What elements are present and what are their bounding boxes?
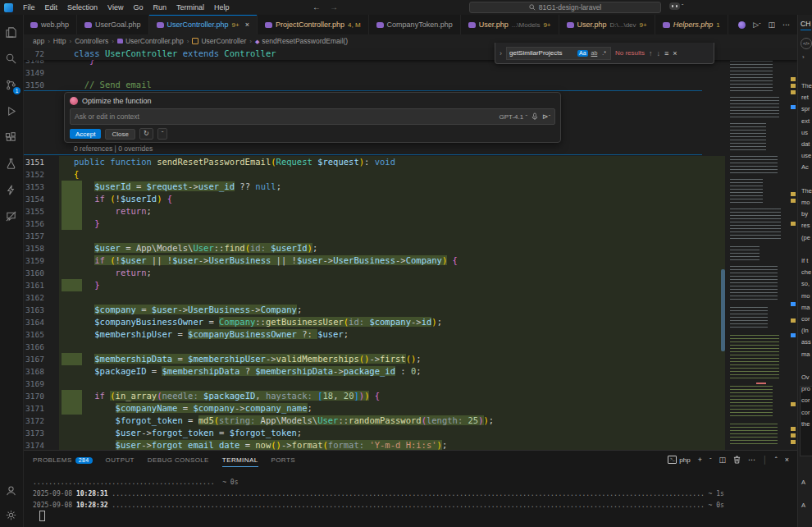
breadcrumb-item[interactable]: Controllers xyxy=(75,37,108,45)
menu-selection[interactable]: Selection xyxy=(62,0,103,15)
breadcrumb-label: Controllers xyxy=(75,37,108,45)
chat-panel-tab[interactable]: CH xyxy=(801,20,811,30)
more-panel-actions-icon[interactable]: ⋯ xyxy=(748,456,755,464)
tab-companytoken.php[interactable]: CompanyToken.php xyxy=(369,15,461,34)
code-text: if (in_array(needle: $packageID, haystac… xyxy=(74,390,380,402)
method-symbol-icon: ◆ xyxy=(255,39,259,44)
find-input[interactable]: getSimilarProjects Aa ab .* xyxy=(506,47,611,60)
code-text: if (!$userId) { xyxy=(74,193,172,205)
regex-toggle[interactable]: .* xyxy=(600,50,608,57)
new-terminal-icon[interactable]: + xyxy=(698,456,702,464)
split-editor-icon[interactable]: ◫ xyxy=(768,21,775,29)
nav-forward-icon[interactable]: → xyxy=(330,0,338,15)
code-line: 3169 xyxy=(23,378,797,390)
menu-terminal[interactable]: Terminal xyxy=(171,0,209,15)
close-find-icon[interactable]: × xyxy=(673,49,677,57)
chat-disabled-icon[interactable] xyxy=(0,205,22,227)
panel-tab-debug-console[interactable]: DEBUG CONSOLE xyxy=(148,456,209,466)
extensions-icon[interactable] xyxy=(0,126,22,148)
tab-projectcontroller.php[interactable]: ProjectController.php4, M xyxy=(258,15,369,34)
breadcrumb-item[interactable]: ◆sendResetPasswordEmail() xyxy=(255,37,348,45)
close-button[interactable]: Close xyxy=(105,129,135,140)
panel-tab-terminal[interactable]: TERMINAL xyxy=(222,456,258,467)
microphone-icon[interactable] xyxy=(531,112,538,121)
codelens-references[interactable]: 0 references | 0 overrides xyxy=(74,144,153,153)
menu-file[interactable]: File xyxy=(18,0,40,15)
line-number: 3152 xyxy=(23,168,44,181)
ruler-mark-yellow xyxy=(791,199,796,203)
menu-help[interactable]: Help xyxy=(209,0,235,15)
vscode-window: FileEditSelectionViewGoRunTerminalHelp ←… xyxy=(0,0,812,527)
close-panel-icon[interactable]: × xyxy=(785,456,789,464)
code-line: 3172 $forgot_token = md5(string: App\Mod… xyxy=(23,415,797,427)
menu-go[interactable]: Go xyxy=(128,0,148,15)
code-editor[interactable]: 3148 }31493150 // Send email3151public f… xyxy=(23,48,797,450)
panel-tab-output[interactable]: OUTPUT xyxy=(106,456,135,466)
send-icon[interactable]: ⊳ˇ xyxy=(542,112,550,121)
run-file-button[interactable]: ▷ˇ xyxy=(753,21,760,29)
settings-gear-icon[interactable] xyxy=(0,504,22,525)
menu-view[interactable]: View xyxy=(103,0,128,15)
tab-user.php[interactable]: User.php...\Models9+ xyxy=(461,15,559,34)
breadcrumb-item[interactable]: UserController xyxy=(192,37,246,45)
tab-web.php[interactable]: web.php xyxy=(23,15,77,34)
copilot-edit-icon[interactable] xyxy=(738,21,746,29)
breadcrumb-item[interactable]: app xyxy=(33,37,44,45)
find-in-selection-icon[interactable]: ≡ xyxy=(664,49,668,57)
accept-button[interactable]: Accept xyxy=(70,129,101,139)
explorer-icon[interactable] xyxy=(0,21,22,43)
line-number: 3158 xyxy=(23,242,44,254)
tab-helpers.php[interactable]: Helpers.php1 xyxy=(655,15,728,34)
line-number: 3174 xyxy=(23,439,44,450)
run-debug-icon[interactable] xyxy=(0,100,22,121)
search-sidebar-icon[interactable] xyxy=(0,48,22,69)
minimap-code-block xyxy=(730,179,763,204)
php-file-icon xyxy=(468,22,476,28)
lightning-extension-icon[interactable] xyxy=(0,179,22,200)
tab-usercontroller.php[interactable]: UserController.php9+× xyxy=(149,15,258,34)
minimap[interactable] xyxy=(728,48,789,447)
account-icon[interactable] xyxy=(0,479,22,501)
terminal-shell-label[interactable]: >_ php xyxy=(668,456,690,464)
terminal-output[interactable]: ........................................… xyxy=(33,477,787,526)
panel-tab-ports[interactable]: PORTS xyxy=(271,456,295,466)
more-actions-icon[interactable]: ⋯ xyxy=(782,21,790,29)
line-number: 3149 xyxy=(23,66,44,79)
menu-run[interactable]: Run xyxy=(148,0,171,15)
sticky-line-number: 72 xyxy=(23,48,44,60)
split-terminal-icon[interactable]: ◫ xyxy=(719,456,727,464)
terminal-cursor xyxy=(39,511,45,521)
model-picker[interactable]: GPT-4.1 ˇ xyxy=(499,113,527,121)
code-text: $companyBusinessOwner = Company::getBusi… xyxy=(74,316,442,328)
tabs-container: web.phpUserGoal.phpUserController.php9+×… xyxy=(23,15,728,34)
find-widget-toggle-icon[interactable]: › xyxy=(500,49,502,57)
auxiliary-chat-panel[interactable]: CH </> › The ret spr ext us dat use Ac T… xyxy=(797,15,812,527)
close-tab-icon[interactable]: × xyxy=(245,21,249,29)
code-line: 3173 $user->forgot_token = $forgot_token… xyxy=(23,427,797,439)
next-match-icon[interactable]: ↓ xyxy=(657,49,661,57)
testing-icon[interactable] xyxy=(0,153,22,174)
match-case-toggle[interactable]: Aa xyxy=(577,50,588,57)
tab-usergoal.php[interactable]: UserGoal.php xyxy=(77,15,149,34)
maximize-panel-icon[interactable]: ˆ xyxy=(775,456,778,464)
kill-terminal-icon[interactable] xyxy=(733,456,741,464)
breadcrumb-label: app xyxy=(33,37,44,45)
inline-chat-input[interactable]: Ask or edit in context GPT-4.1 ˇ ⊳ˇ xyxy=(70,108,555,125)
copilot-menu-button[interactable]: ˇ xyxy=(669,2,683,10)
code-line: 3174 $user->forgot_email_date = now()->f… xyxy=(23,439,797,450)
breadcrumb-item[interactable]: UserController.php xyxy=(117,37,184,45)
code-line: 3154 if (!$userId) { xyxy=(23,193,797,205)
nav-back-icon[interactable]: ← xyxy=(312,0,321,15)
editor-scrollbar[interactable] xyxy=(721,269,725,351)
whole-word-toggle[interactable]: ab xyxy=(590,50,600,57)
chevron-down-icon[interactable]: ˇ xyxy=(157,128,168,140)
menu-edit[interactable]: Edit xyxy=(40,0,63,15)
terminal-dropdown-icon[interactable]: ˇ xyxy=(709,456,712,464)
regenerate-icon[interactable]: ↻ xyxy=(139,128,153,140)
breadcrumb-item[interactable]: Http xyxy=(53,37,66,45)
panel-tab-problems[interactable]: PROBLEMS284 xyxy=(33,456,93,466)
tab-user.php[interactable]: User.phpD:\...\dev9+ xyxy=(559,15,655,34)
previous-match-icon[interactable]: ↑ xyxy=(649,49,653,57)
command-center-search[interactable]: 81G1-design-laravel xyxy=(469,2,661,13)
source-control-icon[interactable]: 1 xyxy=(0,74,22,95)
